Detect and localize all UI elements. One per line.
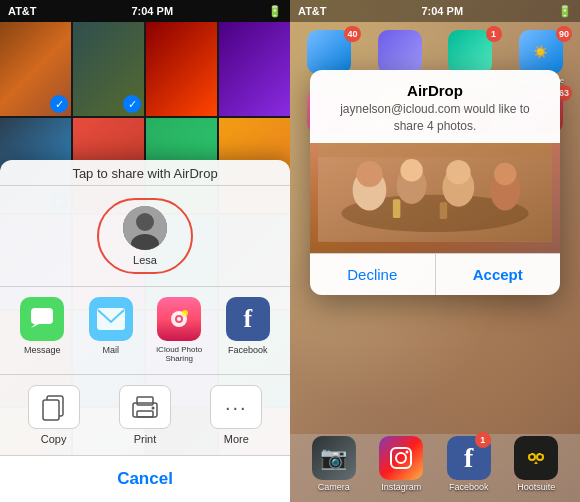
home-icon-badge: 90: [556, 26, 572, 42]
share-app-message[interactable]: Message: [13, 297, 71, 364]
svg-rect-3: [31, 308, 53, 324]
svg-point-36: [530, 455, 534, 459]
dock-icon-facebook[interactable]: f 1 Facebook: [447, 436, 491, 492]
left-battery-icon: 🔋: [268, 5, 282, 18]
airdrop-section: Lesa: [0, 186, 290, 287]
photo-cell[interactable]: [219, 22, 290, 116]
cancel-button[interactable]: Cancel: [0, 456, 290, 502]
svg-point-33: [524, 446, 548, 470]
share-action-print[interactable]: Print: [111, 385, 179, 445]
share-app-facebook[interactable]: f Facebook: [219, 297, 277, 364]
airdrop-alert: AirDrop jaynelson@icloud.com would like …: [310, 70, 560, 295]
share-apps-row: Message Mail: [0, 287, 290, 375]
svg-marker-4: [31, 324, 39, 328]
share-action-more[interactable]: ··· More: [202, 385, 270, 445]
more-label: More: [224, 433, 249, 445]
share-app-facebook-label: Facebook: [228, 345, 268, 356]
instagram-dock-label: Instagram: [381, 482, 421, 492]
instagram-dock-icon: [379, 436, 423, 480]
svg-point-1: [136, 213, 154, 231]
alert-message: jaynelson@icloud.com would like to share…: [310, 101, 560, 143]
dock: 📷 Camera Instagram f 1 Facebook: [290, 434, 580, 502]
dock-icon-hootsuite[interactable]: Hootsuite: [514, 436, 558, 492]
share-app-mail[interactable]: Mail: [82, 297, 140, 364]
message-icon: [20, 297, 64, 341]
svg-point-24: [446, 160, 470, 184]
decline-button[interactable]: Decline: [310, 254, 436, 295]
accept-button[interactable]: Accept: [436, 254, 561, 295]
right-carrier: AT&T: [298, 5, 327, 17]
right-status-bar: AT&T 7:04 PM 🔋: [290, 0, 580, 22]
mail-icon: [89, 297, 133, 341]
print-icon: [119, 385, 171, 429]
avatar-inner: [123, 206, 167, 250]
copy-documents-icon: [39, 392, 69, 422]
share-action-copy[interactable]: Copy: [20, 385, 88, 445]
dock-icon-camera[interactable]: 📷 Camera: [312, 436, 356, 492]
game1-icon: [378, 30, 422, 74]
share-app-icloud[interactable]: iCloud Photo Sharing: [150, 297, 208, 364]
right-time: 7:04 PM: [421, 5, 463, 17]
photo-cell[interactable]: [146, 22, 217, 116]
facebook-badge: 1: [475, 432, 491, 448]
svg-rect-29: [318, 143, 552, 157]
home-icon-badge: 1: [486, 26, 502, 42]
avatar: [123, 206, 167, 250]
svg-point-20: [356, 161, 382, 187]
left-phone: AT&T 7:04 PM 🔋 Tap to share with AirDrop: [0, 0, 290, 502]
home-icon-badge: 40: [344, 26, 360, 42]
share-actions-row: Copy Print ··· More: [0, 375, 290, 456]
left-time: 7:04 PM: [131, 5, 173, 17]
photo-cell[interactable]: [73, 22, 144, 116]
group-photo-icon: [318, 143, 552, 245]
svg-point-37: [538, 455, 542, 459]
svg-point-9: [182, 310, 188, 316]
message-bubble-icon: [29, 306, 55, 332]
print-label: Print: [134, 433, 157, 445]
icloud-photo-icon: [164, 306, 194, 332]
printer-icon: [129, 393, 161, 421]
home-screen: 40 1 ☀️ 90 Weather Live: [290, 0, 580, 502]
share-sheet: Tap to share with AirDrop: [0, 160, 290, 502]
person-silhouette-icon: [123, 206, 167, 250]
svg-rect-14: [137, 411, 153, 417]
camera-dock-label: Camera: [318, 482, 350, 492]
right-phone: AT&T 7:04 PM 🔋 40 1: [290, 0, 580, 502]
shared-photo: [310, 143, 560, 253]
alert-buttons: Decline Accept: [310, 253, 560, 295]
mail-envelope-icon: [97, 308, 125, 330]
icloud-icon: [157, 297, 201, 341]
airdrop-header: Tap to share with AirDrop: [0, 160, 290, 186]
instagram-logo-icon: [388, 445, 414, 471]
svg-point-31: [396, 453, 406, 463]
svg-rect-13: [137, 397, 153, 405]
more-icon: ···: [210, 385, 262, 429]
svg-point-8: [177, 317, 181, 321]
airdrop-person-name: Lesa: [133, 254, 157, 266]
alert-title: AirDrop: [310, 70, 560, 101]
svg-rect-11: [43, 400, 59, 420]
copy-label: Copy: [41, 433, 67, 445]
camera-dock-icon: 📷: [312, 436, 356, 480]
share-app-mail-label: Mail: [102, 345, 119, 356]
airdrop-oval[interactable]: Lesa: [97, 198, 193, 274]
left-carrier: AT&T: [8, 5, 37, 17]
share-app-icloud-label: iCloud Photo Sharing: [150, 345, 208, 364]
alert-photo: [310, 143, 560, 253]
facebook-dock-label: Facebook: [449, 482, 489, 492]
svg-rect-5: [97, 308, 125, 330]
svg-point-15: [151, 407, 154, 410]
dock-icon-instagram[interactable]: Instagram: [379, 436, 423, 492]
hootsuite-owl-icon: [522, 444, 550, 472]
svg-rect-27: [393, 199, 400, 218]
share-app-message-label: Message: [24, 345, 61, 356]
svg-rect-28: [440, 202, 447, 219]
airdrop-person-row: Lesa: [0, 194, 290, 278]
photo-cell[interactable]: [0, 22, 71, 116]
svg-point-26: [494, 162, 516, 184]
facebook-icon: f: [226, 297, 270, 341]
copy-icon: [28, 385, 80, 429]
svg-point-32: [406, 451, 409, 454]
hootsuite-dock-label: Hootsuite: [517, 482, 555, 492]
left-status-bar: AT&T 7:04 PM 🔋: [0, 0, 290, 22]
